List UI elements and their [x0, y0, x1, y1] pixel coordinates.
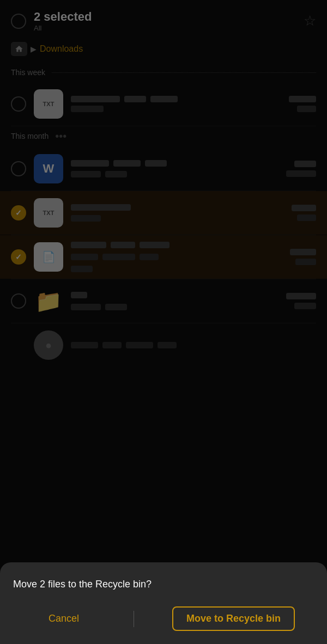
- cancel-button[interactable]: Cancel: [32, 608, 95, 630]
- modal-question: Move 2 files to the Recycle bin?: [13, 578, 314, 591]
- modal-divider: [134, 611, 134, 627]
- confirm-modal: Move 2 files to the Recycle bin? Cancel …: [0, 562, 327, 644]
- background-dim-overlay: [0, 0, 327, 644]
- modal-actions: Cancel Move to Recycle bin: [13, 606, 314, 631]
- move-to-recycle-bin-button[interactable]: Move to Recycle bin: [172, 606, 295, 631]
